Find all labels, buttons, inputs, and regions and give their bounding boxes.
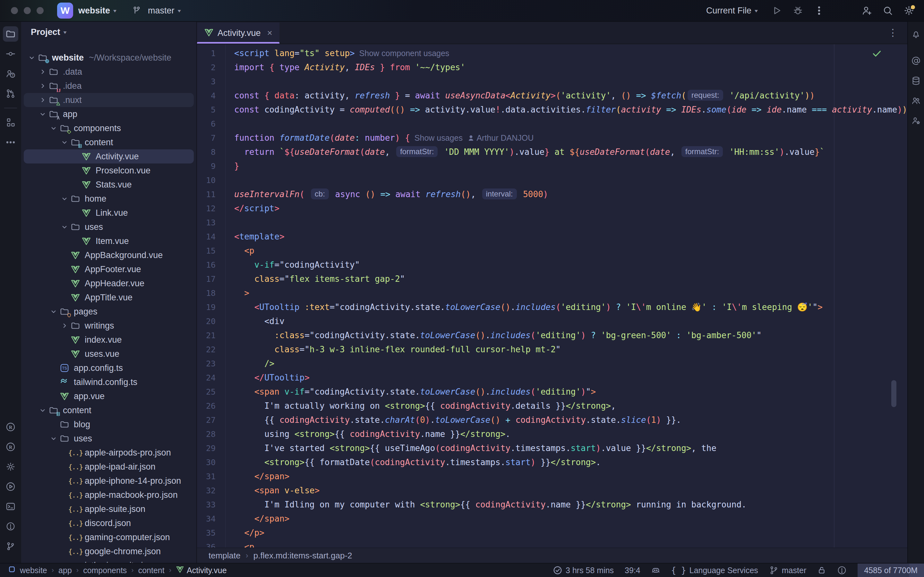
status-39-4[interactable]: 39:4	[625, 566, 640, 575]
code-line[interactable]: 29 I've started <strong>{{ useTimeAgo(co…	[197, 441, 907, 455]
code-line[interactable]: 19 <UTooltip :text="codingActivity.state…	[197, 300, 907, 314]
stripe-users-question-icon[interactable]: ?	[3, 66, 18, 81]
breadcrumb-item[interactable]: template	[208, 551, 241, 561]
chevron-right-icon[interactable]	[59, 320, 70, 331]
chevron-right-icon[interactable]	[37, 95, 48, 105]
code-line[interactable]: 18 >	[197, 286, 907, 300]
tree-row-gaming-computer-json[interactable]: {..}gaming-computer.json	[24, 530, 194, 544]
code-line[interactable]: 13	[197, 215, 907, 229]
chevron-right-icon[interactable]	[37, 66, 48, 77]
tree-row-app-config-ts[interactable]: TSapp.config.ts	[24, 361, 194, 375]
tree-row-google-chrome-json[interactable]: {..}google-chrome.json	[24, 544, 194, 558]
stripe-more-icon[interactable]	[3, 135, 18, 150]
code-line[interactable]: 11useIntervalFn( cb: async () => await r…	[197, 187, 907, 201]
tree-row-pages[interactable]: pages	[24, 305, 194, 319]
code-line[interactable]: 24 </UTooltip>	[197, 371, 907, 385]
tab-activity-vue[interactable]: Activity.vue ×	[197, 23, 279, 44]
maximize-button[interactable]	[37, 7, 44, 14]
status-4585-of-7700m[interactable]: 4585 of 7700M	[858, 564, 924, 577]
tree-row-proselcon-vue[interactable]: Proselcon.vue	[24, 163, 194, 177]
status-bang-circle[interactable]	[837, 566, 846, 575]
code-line[interactable]: 25 <span v-if="codingActivity.state.toLo…	[197, 385, 907, 399]
status-breadcrumb-item[interactable]: app	[58, 566, 72, 575]
tree-row-apple-suite-json[interactable]: {..}apple-suite.json	[24, 502, 194, 516]
stripe-r-circle-icon[interactable]: R	[3, 439, 18, 455]
status-copilot[interactable]	[651, 566, 660, 575]
stripe-commit-icon[interactable]	[3, 46, 18, 61]
user-add-icon[interactable]	[861, 5, 873, 17]
window-controls[interactable]	[11, 7, 44, 14]
code-line[interactable]: 8 return `${useDateFormat(date, formatSt…	[197, 145, 907, 159]
stripe-branch-icon[interactable]	[3, 538, 18, 554]
tree-row-apple-ipad-air-json[interactable]: {..}apple-ipad-air.json	[24, 460, 194, 474]
code-line[interactable]: 7function formatDate(date: number) { Sho…	[197, 131, 907, 145]
status-language-services[interactable]: { }Language Services	[671, 566, 758, 575]
tree-row-appbackground-vue[interactable]: AppBackground.vue	[24, 248, 194, 262]
tree-row-uses[interactable]: uses	[24, 432, 194, 446]
chevron-right-icon[interactable]	[37, 81, 48, 91]
code-line[interactable]: 28 using <strong>{{ codingActivity.name …	[197, 427, 907, 441]
tree-row-activity-vue[interactable]: Activity.vue	[24, 149, 194, 163]
stripe-database-icon[interactable]	[908, 73, 924, 89]
status-master[interactable]: master	[769, 566, 806, 575]
code-line[interactable]: 36 <p	[197, 540, 907, 548]
search-icon[interactable]	[882, 5, 894, 17]
stripe-project-folder-icon[interactable]	[3, 26, 18, 42]
tree-row-tailwind-config-ts[interactable]: tailwind.config.ts	[24, 375, 194, 389]
project-selector[interactable]: website ▾	[73, 6, 116, 16]
stripe-bell-icon[interactable]	[908, 26, 924, 42]
stripe-r-circle-icon[interactable]: R	[3, 419, 18, 435]
tree-row--nuxt[interactable]: .nuxt	[24, 93, 194, 107]
stripe-user-star-icon[interactable]	[908, 113, 924, 128]
stripe-terminal-icon[interactable]	[3, 499, 18, 514]
code-line[interactable]: 30 <strong>{{ formatDate(codingActivity.…	[197, 455, 907, 469]
status-breadcrumb-item[interactable]: content	[138, 566, 165, 575]
chevron-down-icon[interactable]	[48, 433, 59, 444]
tree-row-discord-json[interactable]: {..}discord.json	[24, 516, 194, 530]
code-line[interactable]: 9}	[197, 159, 907, 173]
chevron-down-icon[interactable]	[48, 306, 59, 317]
branch-selector[interactable]: master ▾	[131, 5, 181, 17]
code-line[interactable]: 27 {{ codingActivity.state.charAt(0).toL…	[197, 413, 907, 427]
tree-row-writings[interactable]: writings	[24, 319, 194, 333]
tree-row-components[interactable]: components	[24, 121, 194, 135]
chevron-down-icon[interactable]	[59, 193, 70, 204]
code-line[interactable]: 1<script lang="ts" setup> Show component…	[197, 46, 907, 60]
tree-row-home[interactable]: home	[24, 192, 194, 206]
tree-row-index-vue[interactable]: index.vue	[24, 333, 194, 347]
code-line[interactable]: 35 </p>	[197, 526, 907, 540]
code-line[interactable]: 34 </span>	[197, 512, 907, 526]
code-line[interactable]: 32 <span v-else>	[197, 484, 907, 498]
stripe-play-circle-icon[interactable]	[3, 479, 18, 494]
status-breadcrumb-item[interactable]: Activity.vue	[176, 565, 227, 575]
chevron-down-icon[interactable]	[59, 221, 70, 232]
stripe-users-icon[interactable]	[908, 93, 924, 108]
code-line[interactable]: 26 I'm actually working on <strong>{{ co…	[197, 399, 907, 413]
code-editor[interactable]: 1<script lang="ts" setup> Show component…	[197, 44, 907, 548]
tree-row-link-vue[interactable]: Link.vue	[24, 206, 194, 220]
chevron-down-icon[interactable]	[37, 405, 48, 416]
code-line[interactable]: 22 class="h-3 w-3 inline-flex rounded-fu…	[197, 342, 907, 356]
code-line[interactable]: 14<template>	[197, 229, 907, 243]
status-unlock[interactable]	[817, 566, 826, 575]
tree-row-blog[interactable]: blog	[24, 417, 194, 432]
tree-row-stats-vue[interactable]: Stats.vue	[24, 177, 194, 192]
tree-row-appfooter-vue[interactable]: AppFooter.vue	[24, 262, 194, 276]
code-line[interactable]: 3	[197, 74, 907, 89]
tree-row-apptitle-vue[interactable]: AppTitle.vue	[24, 290, 194, 305]
kebab-icon[interactable]	[813, 5, 825, 17]
tree-row-app[interactable]: app	[24, 107, 194, 121]
code-line[interactable]: 21 :class="codingActivity.state.toLowerC…	[197, 328, 907, 342]
tree-row--data[interactable]: .data	[24, 65, 194, 79]
tree-row-item-vue[interactable]: Item.vue	[24, 234, 194, 248]
code-line[interactable]: 15 <p	[197, 243, 907, 258]
tree-row-apple-airpods-pro-json[interactable]: {..}apple-airpods-pro.json	[24, 446, 194, 460]
tree-row-uses[interactable]: uses	[24, 220, 194, 234]
status-3-hrs-58-mins[interactable]: 3 hrs 58 mins	[553, 566, 614, 575]
minimize-button[interactable]	[24, 7, 31, 14]
chevron-down-icon[interactable]	[48, 123, 59, 134]
run-config-selector[interactable]: Current File ▾	[701, 6, 758, 16]
status-breadcrumb-item[interactable]: website	[20, 566, 47, 575]
chevron-down-icon[interactable]	[26, 52, 37, 63]
stripe-structure-icon[interactable]	[3, 115, 18, 130]
